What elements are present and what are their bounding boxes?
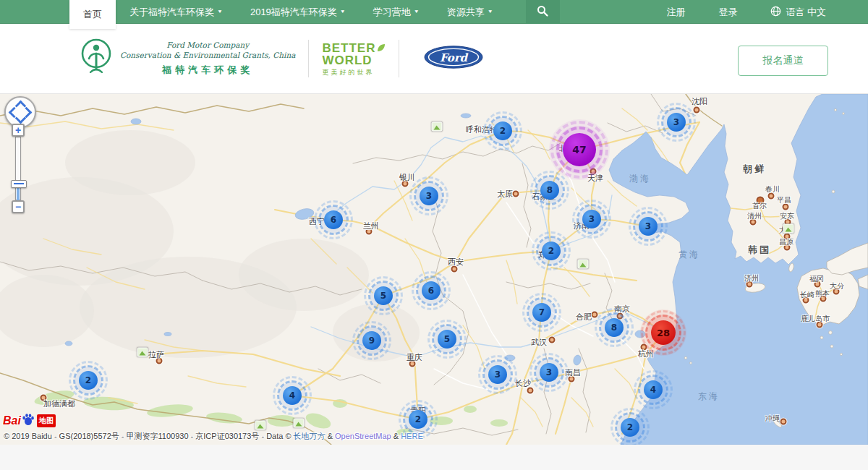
nav-item-3[interactable]: 学习营地▼ — [359, 0, 433, 24]
cluster-marker-3[interactable]: 3 — [540, 363, 558, 382]
better-world-line2: WORLD — [322, 54, 372, 67]
language-switcher[interactable]: 语言 中文 — [770, 6, 826, 19]
cluster-marker-6[interactable]: 6 — [422, 281, 441, 300]
openstreetmap-link[interactable]: OpenStreetMap — [335, 432, 391, 440]
chevron-down-icon: ▼ — [340, 9, 346, 14]
site-header: Ford Motor Company Conservation & Enviro… — [0, 24, 868, 94]
logo-group: Ford Motor Company Conservation & Enviro… — [80, 38, 483, 80]
cluster-marker-2[interactable]: 2 — [621, 418, 639, 437]
map-markers-layer: 2347383362567828953342224 — [0, 94, 868, 445]
cluster-marker-3[interactable]: 3 — [582, 210, 601, 228]
better-world-line1: BETTER — [322, 42, 375, 54]
baidu-logo-text: Bai — [3, 414, 21, 427]
cluster-marker-4[interactable]: 4 — [644, 380, 663, 399]
top-nav: 首页关于福特汽车环保奖▼2019福特汽车环保奖▼学习营地▼资源共享▼ 注册 登录… — [0, 0, 868, 24]
divider — [308, 40, 309, 77]
cluster-marker-5[interactable]: 5 — [438, 330, 456, 349]
cluster-marker-3[interactable]: 3 — [420, 187, 438, 205]
zoom-slider-fill — [17, 187, 20, 200]
chevron-down-icon: ▼ — [414, 9, 420, 14]
cluster-marker-2[interactable]: 2 — [493, 121, 512, 140]
cluster-marker-4[interactable]: 4 — [283, 386, 302, 405]
cluster-marker-2[interactable]: 2 — [79, 371, 98, 390]
cluster-marker-3[interactable]: 3 — [667, 113, 686, 132]
grants-logo: Ford Motor Company Conservation & Enviro… — [80, 38, 295, 80]
signup-button[interactable]: 报名通道 — [738, 46, 828, 76]
map-attribution: © 2019 Baidu - GS(2018)5572号 - 甲测资字11009… — [4, 431, 423, 442]
cluster-marker-7[interactable]: 7 — [532, 303, 551, 322]
cluster-marker-3[interactable]: 3 — [488, 365, 507, 384]
baidu-maps-logo[interactable]: Bai 地图 — [3, 413, 56, 429]
grants-emblem-icon — [80, 38, 113, 80]
search-icon — [537, 5, 548, 20]
page-bottom-strip — [0, 445, 868, 470]
here-link[interactable]: HERE — [401, 432, 423, 440]
register-link[interactable]: 注册 — [666, 6, 685, 19]
svg-text:Ford: Ford — [440, 51, 469, 64]
chevron-down-icon: ▼ — [217, 9, 223, 14]
grants-en-line1: Ford Motor Company — [120, 40, 295, 51]
nav-item-4[interactable]: 资源共享▼ — [433, 0, 507, 24]
nav-item-1[interactable]: 关于福特汽车环保奖▼ — [116, 0, 237, 24]
globe-icon — [770, 6, 786, 19]
cluster-marker-47[interactable]: 47 — [563, 133, 596, 166]
cluster-marker-6[interactable]: 6 — [324, 210, 343, 229]
baidu-paw-icon — [22, 413, 35, 429]
leaf-icon — [377, 42, 386, 54]
better-world-cn: 更美好的世界 — [322, 69, 386, 76]
divider — [399, 40, 399, 77]
baidu-map-badge: 地图 — [37, 414, 56, 427]
cluster-marker-2[interactable]: 2 — [542, 242, 561, 260]
cluster-marker-3[interactable]: 3 — [639, 217, 658, 236]
chevron-down-icon: ▼ — [488, 9, 493, 14]
baidu-map[interactable]: 沈阳呼和浩特天津太原银川石家庄济南郑州西安兰州西宁北京上海武汉合肥南京杭州重庆长… — [0, 94, 868, 445]
ford-logo: Ford — [424, 46, 483, 72]
cluster-marker-28[interactable]: 28 — [651, 320, 676, 345]
nav-item-0[interactable]: 首页 — [69, 0, 116, 29]
attribution-text: © 2019 Baidu - GS(2018)5572号 - 甲测资字11009… — [4, 432, 294, 440]
nav-item-2[interactable]: 2019福特汽车环保奖▼ — [237, 0, 359, 24]
cluster-marker-9[interactable]: 9 — [362, 331, 381, 350]
search-button[interactable] — [526, 0, 560, 24]
login-link[interactable]: 登录 — [718, 6, 737, 19]
grants-en-line2: Conservation & Environmental Grants, Chi… — [120, 51, 295, 61]
zoom-in-button[interactable]: + — [12, 124, 25, 137]
nav-items: 首页关于福特汽车环保奖▼2019福特汽车环保奖▼学习营地▼资源共享▼ — [69, 0, 507, 24]
zoom-out-button[interactable]: − — [12, 200, 25, 213]
cluster-marker-8[interactable]: 8 — [605, 318, 624, 337]
zoom-slider-handle[interactable] — [11, 180, 27, 188]
cluster-marker-8[interactable]: 8 — [540, 181, 559, 200]
changdi-link[interactable]: 长地万方 — [294, 432, 326, 440]
cluster-marker-5[interactable]: 5 — [374, 286, 393, 305]
better-world-logo: BETTER WORLD 更美好的世界 — [322, 42, 386, 76]
nav-right: 注册 登录 语言 中文 — [633, 0, 868, 24]
grants-logo-text: Ford Motor Company Conservation & Enviro… — [120, 40, 295, 76]
grants-cn: 福特汽车环保奖 — [120, 64, 295, 77]
cluster-marker-2[interactable]: 2 — [409, 410, 427, 429]
